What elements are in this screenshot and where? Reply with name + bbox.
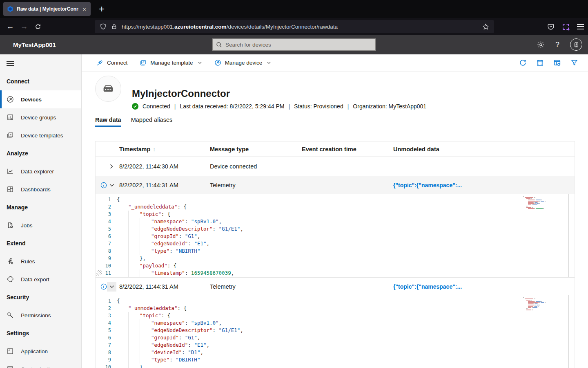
browser-menu-icon[interactable] [577,24,584,29]
device-search[interactable] [212,38,376,51]
manage-device-button[interactable]: Manage device [214,59,272,66]
minimap[interactable] [523,196,568,209]
indent-guide [128,312,140,319]
sidebar-item-application[interactable]: Application [0,342,81,360]
line-number: 2 [96,203,111,211]
browser-tab[interactable]: Raw data | MyInjectorConnector × [3,2,91,16]
jobs-icon [7,222,14,229]
code-line: 8"type": "NBIRTH" [96,247,575,255]
back-icon[interactable]: ← [3,20,17,33]
line-number: 9 [96,356,111,364]
line-number: 6 [96,233,111,240]
json-payload-viewer[interactable]: 1{2"_unmodeleddata": {3"topic": {4"names… [96,295,575,368]
account-icon[interactable] [570,38,582,51]
calendar-icon[interactable] [536,59,544,67]
code-line: 6"groupId": "G1", [96,233,575,240]
chevron-down-icon [267,61,271,65]
device-status-row: Connected | Last data received: 8/2/2022… [132,103,426,110]
bookmark-star-icon[interactable] [482,23,489,30]
indent-guide [128,262,140,269]
tab-mapped-aliases[interactable]: Mapped aliases [131,117,173,127]
indent-guide [128,218,140,225]
reload-icon[interactable] [31,20,45,33]
line-number: 5 [96,327,111,334]
sort-asc-icon: ↑ [153,147,155,153]
search-input[interactable] [225,42,372,48]
chevron-down-icon[interactable] [109,182,115,188]
browser-nav-bar: ← → https://mytestapp001.azureiotcentral… [0,18,588,35]
json-payload-viewer[interactable]: 1{2"_unmodeleddata": {3"topic": {4"names… [96,194,575,278]
col-event-creation-time[interactable]: Event creation time [302,146,393,153]
sidebar-item-data-explorer[interactable]: Data explorer [0,162,81,180]
code-line: 1{ [96,196,575,203]
indent-guide [117,364,128,368]
sidebar-item-data-export[interactable]: Data export [0,270,81,288]
connect-button[interactable]: Connect [96,59,127,66]
line-number: 3 [96,211,111,218]
code-line: 3"topic": { [96,312,575,319]
info-icon[interactable] [100,283,107,290]
forward-icon[interactable]: → [17,20,31,33]
code-line: 4"namespace": "spBv1.0", [96,218,575,225]
table-row[interactable]: 8/2/2022, 11:44:31 AM Telemetry {"topic"… [96,278,575,295]
tab-close-icon[interactable]: × [82,6,87,12]
tab-raw-data[interactable]: Raw data [95,117,121,127]
sidebar-collapse-icon[interactable] [0,54,81,72]
sidebar-item-permissions[interactable]: Permissions [0,306,81,324]
new-tab-button[interactable]: + [99,4,105,14]
sidebar-heading-analyze: Analyze [0,144,81,162]
unmodeled-data-link[interactable]: {"topic":{"namespace":... [393,182,462,188]
table-row[interactable]: 8/2/2022, 11:44:31 AM Telemetry {"topic"… [96,176,575,194]
pocket-icon[interactable] [547,23,555,30]
settings-gear-icon[interactable] [537,41,545,49]
device-manage-icon [214,59,221,66]
sidebar-item-device-templates[interactable]: Device templates [0,126,81,144]
info-icon[interactable] [100,182,107,188]
filter-icon[interactable] [570,59,578,67]
line-number: 8 [96,247,111,255]
minimap-scrollbar[interactable] [568,194,569,277]
sidebar-item-customization[interactable]: Customization [0,360,81,368]
col-unmodeled-data[interactable]: Unmodeled data [393,146,575,153]
app-title[interactable]: MyTestApp001 [13,41,56,48]
sidebar-heading-extend: Extend [0,234,81,252]
screenshot-icon[interactable] [563,24,569,30]
sidebar-item-rules[interactable]: Rules [0,252,81,270]
table-row[interactable]: 8/2/2022, 11:44:30 AM Device connected [96,157,575,176]
col-message-type[interactable]: Message type [210,146,302,153]
shield-icon[interactable] [100,23,107,30]
sidebar-item-label: Customization [21,366,56,368]
minimap[interactable] [523,297,568,311]
indent-guide [117,319,128,327]
minimap-scrollbar[interactable] [568,295,569,368]
code-line: 2"_unmodeleddata": { [96,203,575,211]
sidebar-item-device-groups[interactable]: Device groups [0,108,81,126]
chevron-down-icon[interactable] [109,284,115,289]
customization-icon [7,366,14,368]
sidebar-item-devices[interactable]: Devices [0,90,81,108]
help-icon[interactable]: ? [555,40,559,49]
cell-timestamp: 8/2/2022, 11:44:31 AM [119,283,210,290]
cell-timestamp: 8/2/2022, 11:44:30 AM [119,163,210,170]
indent-guide [117,349,128,356]
device-header: MyInjectorConnector Connected | Last dat… [82,72,588,117]
indent-guide [117,312,128,319]
search-icon [216,42,222,48]
sidebar-item-jobs[interactable]: Jobs [0,216,81,234]
url-bar[interactable]: https://mytestapp001.azureiotcentral.com… [95,20,494,33]
unmodeled-data-link[interactable]: {"topic":{"namespace":... [393,283,462,290]
lock-icon[interactable] [111,23,117,30]
manage-template-button[interactable]: Manage template [140,59,202,66]
col-timestamp[interactable]: Timestamp↑ [119,146,210,153]
line-number: 9 [96,255,111,262]
cell-message-type: Telemetry [210,182,302,188]
refresh-icon[interactable] [519,59,527,67]
url-text: https://mytestapp001.azureiotcentral.com… [122,24,478,30]
code-line: 3"topic": { [96,211,575,218]
chevron-right-icon[interactable] [109,164,114,169]
sidebar-item-dashboards[interactable]: Dashboards [0,180,81,198]
connected-label: Connected [143,103,170,110]
column-options-icon[interactable] [553,59,561,67]
organization: Organization: MyTestApp001 [353,103,426,110]
code-line: 11"timestamp": 1659458670039, [96,269,575,277]
